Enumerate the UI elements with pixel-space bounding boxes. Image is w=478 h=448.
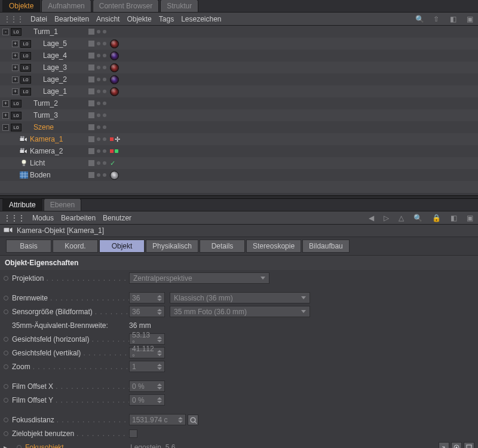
visibility-render-dot[interactable] [97, 137, 100, 141]
anim-knob[interactable] [4, 276, 8, 281]
material-tag-icon[interactable] [110, 39, 119, 48]
target-tag-icon[interactable] [115, 149, 118, 153]
target-tag-icon[interactable] [110, 137, 114, 141]
nav-up-icon[interactable]: △ [397, 214, 405, 222]
menu-benutzer[interactable]: Benutzer [103, 214, 131, 222]
tree-row[interactable]: -L0Szene [0, 121, 478, 133]
expand-toggle[interactable]: + [2, 112, 9, 119]
grip-icon[interactable]: ⋮⋮⋮ [4, 214, 25, 222]
object-name[interactable]: Turm_1 [33, 27, 62, 36]
expand-toggle[interactable]: - [2, 124, 9, 131]
visibility-editor-toggle[interactable] [88, 88, 94, 94]
tree-row[interactable]: Kamera_1✢ [0, 133, 478, 145]
layer-badge[interactable]: L0 [20, 40, 31, 48]
spinner-icon[interactable] [157, 383, 162, 389]
tree-row[interactable]: +L0Lage_2 [0, 73, 478, 85]
number-input[interactable]: 41.112 ° [129, 347, 165, 358]
layer-badge[interactable]: L0 [11, 112, 22, 119]
material-tag-icon[interactable] [110, 87, 119, 96]
tree-row[interactable]: Licht✓ [0, 157, 478, 169]
link-field[interactable]: Legostein_5.6 [129, 443, 437, 449]
visibility-render-dot[interactable] [103, 42, 106, 45]
visibility-render-dot[interactable] [103, 149, 106, 153]
select-object-icon[interactable] [451, 442, 462, 449]
visibility-render-dot[interactable] [97, 90, 100, 93]
enable-tag-icon[interactable]: ✓ [110, 159, 115, 167]
spinner-icon[interactable] [157, 295, 162, 301]
visibility-render-dot[interactable] [97, 66, 100, 69]
visibility-render-dot[interactable] [97, 113, 100, 117]
goto-object-icon[interactable] [439, 442, 449, 449]
anim-knob[interactable] [4, 398, 8, 403]
visibility-render-dot[interactable] [103, 102, 106, 105]
expand-toggle[interactable]: + [12, 88, 19, 95]
maximize-icon[interactable]: ▣ [465, 15, 474, 23]
visibility-render-dot[interactable] [103, 90, 106, 93]
object-name[interactable]: Turm_2 [33, 99, 62, 108]
tree-row[interactable] [0, 181, 478, 193]
grip-icon[interactable]: ⋮⋮⋮ [4, 15, 23, 23]
dropdown[interactable]: Klassisch (36 mm) [170, 292, 310, 303]
visibility-editor-toggle[interactable] [88, 112, 94, 118]
number-input[interactable]: 1531.974 c [129, 414, 186, 425]
nav-fwd-icon[interactable]: ▷ [382, 214, 390, 222]
visibility-render-dot[interactable] [103, 173, 106, 177]
object-name[interactable]: Lage_3 [43, 63, 71, 72]
layer-badge[interactable]: L0 [20, 52, 31, 60]
object-name[interactable]: Turm_3 [33, 111, 62, 119]
tree-row[interactable]: -L0Turm_1 [0, 26, 478, 38]
object-name[interactable]: Licht [30, 159, 48, 167]
visibility-editor-toggle[interactable] [88, 53, 94, 59]
visibility-render-dot[interactable] [97, 149, 100, 153]
tab-content-browser[interactable]: Content Browser [93, 0, 159, 12]
dropdown[interactable]: Zentralperspektive [129, 272, 269, 284]
spinner-icon[interactable] [178, 417, 183, 423]
menu-tags[interactable]: Tags [159, 15, 174, 23]
object-name[interactable]: Lage_2 [43, 75, 71, 84]
subtab-basis[interactable]: Basis [6, 240, 51, 253]
spinner-icon[interactable] [157, 364, 162, 370]
visibility-render-dot[interactable] [103, 66, 106, 69]
visibility-editor-toggle[interactable] [88, 136, 94, 142]
visibility-render-dot[interactable] [97, 173, 100, 177]
visibility-editor-toggle[interactable] [88, 172, 94, 178]
number-input[interactable]: 1 [129, 361, 165, 372]
anim-knob[interactable] [17, 445, 22, 449]
material-tag-icon[interactable] [110, 51, 119, 60]
subtab-stereoskopie[interactable]: Stereoskopie [246, 240, 301, 253]
spinner-icon[interactable] [157, 397, 162, 403]
visibility-render-dot[interactable] [103, 161, 106, 165]
tab-ebenen[interactable]: Ebenen [44, 198, 81, 211]
visibility-render-dot[interactable] [97, 102, 100, 105]
expand-toggle[interactable]: + [12, 53, 19, 59]
tree-row[interactable]: Boden [0, 169, 478, 181]
visibility-render-dot[interactable] [103, 54, 106, 57]
anim-knob[interactable] [4, 351, 8, 355]
clear-link-icon[interactable] [464, 442, 474, 449]
number-input[interactable]: 0 % [129, 394, 165, 406]
spinner-icon[interactable] [157, 350, 162, 356]
visibility-render-dot[interactable] [97, 78, 100, 81]
visibility-render-dot[interactable] [97, 30, 100, 33]
object-name[interactable]: Szene [33, 123, 57, 131]
visibility-editor-toggle[interactable] [88, 76, 94, 82]
subtab-details[interactable]: Details [200, 240, 245, 253]
anim-knob[interactable] [4, 418, 8, 422]
menu-ansicht[interactable]: Ansicht [96, 15, 120, 23]
layer-badge[interactable]: L0 [11, 124, 22, 131]
object-name[interactable]: Kamera_2 [30, 147, 66, 155]
spinner-icon[interactable] [157, 309, 162, 315]
home-icon[interactable]: ⇧ [431, 15, 441, 23]
expand-toggle[interactable]: + [2, 100, 9, 107]
object-name[interactable]: Kamera_1 [30, 135, 66, 143]
visibility-render-dot[interactable] [103, 113, 106, 117]
tree-row[interactable]: +L0Turm_2 [0, 97, 478, 109]
menu-objekte[interactable]: Objekte [127, 15, 151, 23]
menu-bearbeiten2[interactable]: Bearbeiten [61, 214, 96, 222]
expand-toggle[interactable]: - [2, 29, 9, 35]
menu-datei[interactable]: Datei [30, 15, 47, 23]
object-name[interactable]: Lage_5 [43, 39, 71, 48]
visibility-render-dot[interactable] [97, 54, 100, 57]
material-tag-icon[interactable] [110, 75, 119, 84]
visibility-render-dot[interactable] [97, 125, 100, 129]
